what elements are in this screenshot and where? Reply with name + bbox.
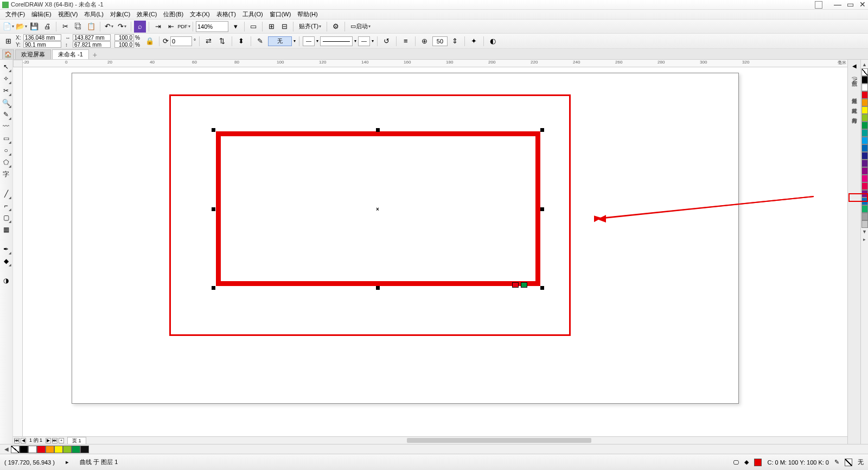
width-input[interactable] bbox=[73, 34, 111, 41]
rectangle-tool[interactable]: ▭◢ bbox=[0, 133, 12, 144]
polygon-tool[interactable]: ⬠◢ bbox=[0, 157, 12, 168]
swatch-00a0e9[interactable] bbox=[861, 137, 868, 144]
spinner-button[interactable]: ⇕ bbox=[449, 35, 461, 47]
h-scroll-thumb[interactable] bbox=[407, 438, 591, 443]
sel-handle-n[interactable] bbox=[376, 128, 380, 132]
swatch-c8c8c8[interactable] bbox=[861, 220, 868, 228]
palette-up-arrow[interactable]: ▲ bbox=[862, 62, 867, 67]
canvas[interactable]: × bbox=[23, 67, 847, 436]
end-arrow-select[interactable]: — bbox=[358, 36, 370, 46]
menu-text[interactable]: 文本(X) bbox=[187, 10, 213, 18]
maximize-button[interactable]: ▭ bbox=[847, 0, 854, 9]
vertical-ruler[interactable] bbox=[13, 67, 23, 436]
save-button[interactable]: 💾 bbox=[28, 21, 40, 33]
fullscreen-button[interactable]: ▭ bbox=[247, 21, 259, 33]
print-button[interactable]: 🖨 bbox=[41, 21, 53, 33]
swatch-009e96[interactable] bbox=[861, 129, 868, 137]
text-tool[interactable]: 字 bbox=[0, 169, 12, 180]
last-page-button[interactable]: ⏭ bbox=[52, 438, 58, 443]
bswatch-ff9900[interactable] bbox=[46, 446, 54, 453]
start-arrow-select[interactable]: — bbox=[303, 36, 315, 46]
paste-button[interactable]: 📋 bbox=[85, 21, 97, 33]
y-input[interactable] bbox=[23, 41, 61, 48]
shape-tool[interactable]: ✧◢ bbox=[0, 73, 12, 84]
sel-handle-se[interactable] bbox=[540, 286, 544, 290]
swatch-1d2088[interactable] bbox=[861, 152, 868, 160]
zoom-tool[interactable]: 🔍◢ bbox=[0, 97, 12, 108]
horizontal-ruler[interactable]: -200204060801001201401601802002202402602… bbox=[23, 60, 847, 67]
swatch-601986[interactable] bbox=[861, 160, 868, 167]
menu-table[interactable]: 表格(T) bbox=[213, 10, 239, 18]
interactive-fill-tool[interactable]: ◆◢ bbox=[0, 256, 12, 266]
snap-dropdown[interactable]: 贴齐(T) ▾ bbox=[296, 21, 324, 33]
palette-down-arrow[interactable]: ▼ bbox=[862, 229, 867, 234]
sel-handle-sw[interactable] bbox=[212, 286, 215, 290]
scale-x-input[interactable] bbox=[114, 34, 134, 41]
prev-page-button[interactable]: ◀ bbox=[21, 438, 26, 443]
outline-width-caret[interactable]: ▾ bbox=[293, 39, 296, 43]
swatch-000000[interactable] bbox=[861, 76, 868, 84]
swatch-8fc31f[interactable] bbox=[861, 114, 868, 122]
x-input[interactable] bbox=[23, 34, 61, 41]
ellipse-tool[interactable]: ○◢ bbox=[0, 145, 12, 156]
swatch-e4007f[interactable] bbox=[861, 175, 868, 182]
ruler-origin[interactable] bbox=[13, 60, 23, 67]
zoom-dropdown[interactable]: ▾ bbox=[229, 21, 241, 33]
sel-handle-e[interactable] bbox=[540, 207, 544, 211]
color-eyedropper-tool[interactable]: ✒◢ bbox=[0, 244, 12, 255]
line-style-select[interactable] bbox=[320, 36, 353, 46]
bswatch-e60012[interactable] bbox=[37, 446, 46, 453]
bswatch-8fc31f[interactable] bbox=[63, 446, 72, 453]
menu-edit[interactable]: 编辑(E) bbox=[28, 10, 55, 18]
redo-button[interactable]: ↷▾ bbox=[116, 21, 128, 33]
scale-y-input[interactable] bbox=[114, 41, 134, 48]
height-input[interactable] bbox=[73, 41, 111, 48]
page-tab-1[interactable]: 页 1 bbox=[67, 437, 86, 444]
menu-window[interactable]: 窗口(W) bbox=[266, 10, 295, 18]
menu-file[interactable]: 文件(F) bbox=[2, 10, 28, 18]
search-content-button[interactable]: ⌕ bbox=[134, 21, 146, 33]
cut-button[interactable]: ✂ bbox=[59, 21, 71, 33]
swatch-e60012[interactable] bbox=[861, 91, 868, 99]
open-button[interactable]: 📂▾ bbox=[15, 21, 27, 33]
swatch-fff100[interactable] bbox=[861, 106, 868, 114]
sel-center[interactable]: × bbox=[376, 206, 379, 212]
swatch-0068b7[interactable] bbox=[861, 144, 868, 152]
pdf-button[interactable]: PDF▾ bbox=[178, 21, 190, 33]
swatch-920783[interactable] bbox=[861, 167, 868, 175]
zoom-level-input[interactable] bbox=[196, 21, 228, 32]
bswatch-000000[interactable] bbox=[20, 446, 28, 453]
bswatch-none[interactable] bbox=[11, 446, 20, 453]
drop-shadow-tool[interactable]: ▢◢ bbox=[0, 212, 12, 223]
outline-width-select[interactable]: 无 bbox=[268, 36, 292, 46]
convert-button[interactable]: ◐ bbox=[487, 35, 499, 47]
minimize-button[interactable]: — bbox=[834, 0, 841, 9]
launch-dropdown[interactable]: ▭ 启动 ▾ bbox=[348, 21, 373, 33]
order-button[interactable]: ⬍ bbox=[235, 35, 247, 47]
parallel-dimension-tool[interactable]: ╱◢ bbox=[0, 188, 12, 199]
docker-expand-icon[interactable]: ◀ bbox=[852, 63, 857, 69]
document-tab[interactable]: 未命名 -1 bbox=[52, 49, 89, 59]
welcome-tab[interactable]: 欢迎屏幕 bbox=[15, 49, 51, 59]
swatch-a0a0a0[interactable] bbox=[861, 213, 868, 220]
lock-ratio-button[interactable]: 🔒 bbox=[144, 35, 156, 47]
status-outline-swatch[interactable] bbox=[845, 459, 852, 466]
home-tab[interactable]: 🏠 bbox=[2, 49, 14, 59]
value-50-input[interactable] bbox=[432, 36, 448, 46]
export-button[interactable]: ⇤ bbox=[165, 21, 177, 33]
docker-object-props[interactable]: 对象属性 bbox=[850, 92, 859, 96]
options-button[interactable]: ⚙ bbox=[330, 21, 342, 33]
status-fill-swatch[interactable] bbox=[754, 459, 762, 466]
menu-bitmap[interactable]: 位图(B) bbox=[160, 10, 187, 18]
swatch-009944[interactable] bbox=[861, 122, 868, 129]
close-button[interactable]: ✕ bbox=[859, 0, 866, 9]
swatch-none[interactable] bbox=[861, 68, 868, 76]
object-origin-button[interactable]: ⊕ bbox=[419, 35, 431, 47]
new-button[interactable]: 📄▾ bbox=[2, 21, 14, 33]
bswatch-ffffff[interactable] bbox=[28, 446, 37, 453]
bottom-pal-left[interactable]: ◀ bbox=[2, 446, 11, 452]
close-curve-button[interactable]: ↺ bbox=[381, 35, 393, 47]
docker-color[interactable]: 颜色(N) bbox=[850, 74, 859, 86]
palette-flyout-arrow[interactable]: ▸ bbox=[863, 237, 866, 242]
menu-help[interactable]: 帮助(H) bbox=[294, 10, 321, 18]
